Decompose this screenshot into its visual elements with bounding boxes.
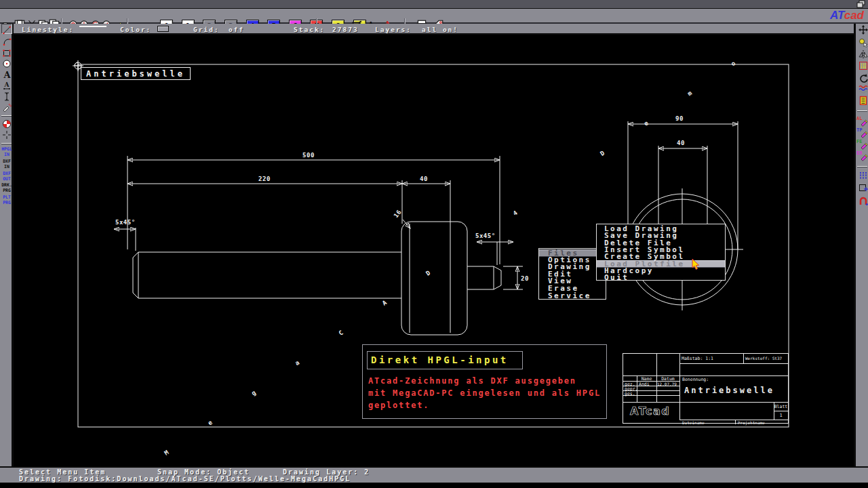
drawing-title-label: Antriebswelle [81, 67, 191, 80]
text-width-tool-icon[interactable]: A [2, 81, 12, 90]
hpgl-note-line: ATcad-Zeichnung als DXF ausgegeben [368, 376, 576, 386]
rotate-tool-icon[interactable] [859, 73, 868, 83]
arc-tool-icon[interactable] [2, 37, 12, 46]
grid-value[interactable]: off [229, 26, 244, 33]
tb-author: Andi [639, 382, 650, 387]
hatch-tool-icon[interactable] [2, 119, 12, 129]
drk-prg-button[interactable]: DRK.PRG [0, 183, 14, 193]
tb-scale-key: Maßstab: [682, 356, 703, 361]
dxf-out-line2: OUT [3, 176, 11, 182]
erase-fe-button[interactable]: FE [856, 139, 868, 150]
crosshair-tool-icon[interactable] [2, 130, 12, 140]
toolbox-separator [857, 166, 867, 167]
move-tool-icon[interactable] [859, 25, 868, 35]
reference-point-icon[interactable] [859, 183, 868, 192]
erase-eb-button[interactable]: EB [856, 150, 868, 161]
mirror-tool-icon[interactable] [859, 49, 868, 59]
toolbox-separator [857, 110, 867, 112]
plt-prg-line2: PRG [3, 200, 11, 205]
dim-220: 220 [258, 176, 271, 182]
linestyle-label: Linestyle: [22, 26, 74, 33]
dim-90: 90 [675, 115, 684, 122]
current-tool-indicator [1, 24, 12, 34]
tb-material-label: Werkstoff: St37 [745, 356, 782, 361]
tb-scale-label: Maßstab: 1:1 [682, 356, 713, 361]
submenu-item-quit[interactable]: Quit [597, 274, 725, 281]
dim-40-side: 40 [420, 176, 428, 182]
dim-chamfer-left: 5x45° [115, 219, 136, 226]
atcad-window: MegaCAD 4 Demo 500 220 40 5x45° 5x4 [0, 0, 868, 488]
atcad-logo-cad: cad [844, 9, 864, 22]
stack-value: 27873 [332, 26, 359, 33]
tb-sheet-label: Blatt [774, 404, 788, 409]
tb-row-label: ges. [625, 391, 635, 396]
hpgl-note-line: geplottet. [368, 401, 429, 410]
tb-divider [735, 420, 736, 424]
tb-part-name: Antriebswelle [684, 386, 774, 395]
current-color-swatch[interactable] [157, 26, 169, 32]
status-bar: Select Menu Item Snap Mode: Object Drawi… [0, 466, 868, 483]
tb-filename-label: Dateiname [682, 420, 705, 425]
dim-20: 20 [521, 275, 529, 282]
status-drawing-path: Drawing: Fotodisk:Downloads/ATcad-SE/Plo… [19, 475, 351, 483]
menu-item-service[interactable]: Service [539, 293, 606, 300]
main-toolbar: 0 1 2 3 4 5 6 7 8 9 A A [0, 9, 868, 24]
svg-text:A: A [3, 70, 12, 79]
tb-divider [774, 411, 788, 411]
circle-tool-icon[interactable] [2, 59, 12, 68]
color-label: Color: [120, 26, 151, 33]
window-restore-icon[interactable] [856, 0, 866, 9]
tb-designation-label: Benennung: [682, 377, 709, 382]
select-region-tool-icon[interactable] [859, 61, 868, 70]
hpgl-in-line2: IN [4, 152, 9, 157]
layers-label: Layers: [375, 26, 412, 33]
multi-copy-tool-icon[interactable] [859, 84, 868, 94]
hpgl-in-button[interactable]: HPGLIN [0, 147, 14, 157]
window-title-strip [0, 0, 868, 9]
grid-points-icon[interactable] [859, 171, 868, 180]
tb-atcad-logo-text: ATcad [630, 405, 670, 418]
dxf-in-button[interactable]: DXFIN [0, 159, 14, 169]
erase-tp-button[interactable]: TP [856, 127, 868, 138]
svg-text:A: A [4, 81, 10, 88]
dxf-out-button[interactable]: DXFOUT [0, 171, 14, 182]
tb-divider [743, 354, 744, 363]
tb-divider [679, 363, 788, 364]
drk-prg-line2: PRG [3, 188, 11, 193]
tb-name-header: Name [637, 376, 656, 382]
left-toolbox: A A HPGLIN DXFIN DXFOUT DRK.PRG PLTPRG [0, 24, 14, 466]
dim-chamfer-right: 5x45° [475, 232, 496, 239]
clipboard-tool-icon[interactable] [859, 96, 868, 105]
dim-40-front: 40 [677, 140, 685, 146]
snap-magnet-icon[interactable] [859, 197, 868, 206]
tb-atcad-logo: ATcad [629, 404, 676, 418]
title-block: Maßstab: 1:1 Werkstoff: St37 Name Datum … [623, 353, 789, 424]
files-submenu: Load Drawing Save Drawing Delete File In… [596, 224, 726, 281]
tb-divider [623, 402, 788, 403]
right-toolbox: AL TP FE EB [854, 24, 868, 466]
dim-16: 16 [393, 209, 403, 219]
atcad-brand-logo: ATcad [830, 9, 864, 22]
vertical-dimension-tool-icon[interactable] [2, 92, 12, 101]
layers-value[interactable]: all on! [422, 26, 458, 33]
drag-copy-tool-icon[interactable] [859, 38, 868, 47]
hpgl-note-box: Direkt HPGL-input ATcad-Zeichnung als DX… [362, 344, 607, 419]
linestyle-sample[interactable] [79, 26, 106, 27]
tb-divider [679, 375, 788, 376]
sketch-wand-tool-icon[interactable] [2, 102, 12, 112]
settings-row: Linestyle: Color: Grid: off Stack: 27873… [0, 24, 868, 35]
rectangle-tool-icon[interactable] [2, 48, 12, 58]
dim-500: 500 [302, 152, 315, 159]
tb-material-value: St37 [772, 356, 782, 361]
hpgl-note-line: mit MegaCAD-PC eingelesen und als HPGL [368, 388, 601, 398]
tb-date-header: Datum [656, 376, 679, 382]
tb-scale-value: 1:1 [705, 356, 713, 361]
tb-material-key: Werkstoff: [745, 356, 770, 361]
tb-date: 12.07.79 [657, 382, 677, 386]
plt-prg-button[interactable]: PLTPRG [0, 195, 14, 205]
tb-project-label: Projektname [738, 420, 765, 425]
grid-label: Grid: [193, 26, 220, 33]
erase-al-button[interactable]: AL [856, 116, 868, 127]
text-tool-icon[interactable]: A [2, 70, 12, 79]
tb-sheet-number: 1 [774, 413, 788, 418]
